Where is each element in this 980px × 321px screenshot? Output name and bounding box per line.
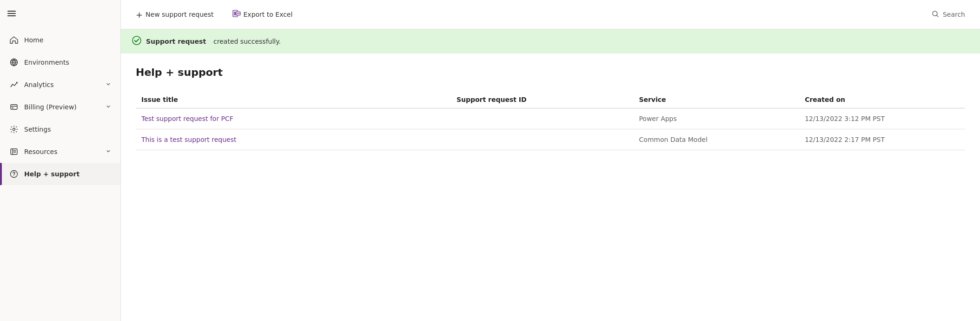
help-icon: [9, 169, 19, 179]
table-row: This is a test support requestCommon Dat…: [136, 129, 965, 150]
billing-chevron-icon: [106, 104, 111, 111]
sidebar-header: [0, 0, 120, 29]
sidebar-item-environments-label: Environments: [24, 59, 111, 66]
table-cell-created-on: 12/13/2022 2:17 PM PST: [799, 129, 965, 150]
sidebar-item-settings[interactable]: Settings: [0, 118, 120, 140]
table-cell-issue-title[interactable]: Test support request for PCF: [136, 108, 451, 129]
billing-icon: [9, 102, 19, 112]
hamburger-icon[interactable]: [7, 9, 16, 20]
search-label: Search: [943, 11, 965, 18]
globe-icon: [9, 58, 19, 67]
issue-link-1[interactable]: This is a test support request: [141, 136, 236, 143]
table-cell-issue-title[interactable]: This is a test support request: [136, 129, 451, 150]
table-cell-service: Common Data Model: [633, 129, 799, 150]
sidebar-item-home-label: Home: [24, 36, 111, 44]
table-row: Test support request for PCFPower Apps12…: [136, 108, 965, 129]
sidebar-item-resources[interactable]: Resources: [0, 140, 120, 163]
search-icon: [932, 10, 939, 19]
analytics-icon: [9, 80, 19, 89]
table-cell-service: Power Apps: [633, 108, 799, 129]
svg-point-9: [13, 175, 14, 176]
search-button[interactable]: Search: [928, 8, 969, 21]
new-support-request-label: New support request: [146, 11, 213, 18]
table-header-row: Issue title Support request ID Service C…: [136, 91, 965, 108]
svg-rect-1: [7, 13, 16, 14]
success-check-icon: [132, 36, 141, 47]
svg-rect-2: [7, 15, 16, 16]
issue-link-0[interactable]: Test support request for PCF: [141, 115, 233, 122]
plus-icon: +: [136, 10, 143, 20]
success-banner: Support request created successfully.: [121, 29, 980, 54]
new-support-request-button[interactable]: + New support request: [132, 8, 218, 21]
resources-icon: [9, 147, 19, 156]
col-header-created-on: Created on: [799, 91, 965, 108]
export-excel-button[interactable]: Export to Excel: [229, 7, 297, 21]
sidebar-item-help-support[interactable]: Help + support: [0, 163, 120, 185]
svg-rect-5: [12, 107, 13, 108]
svg-rect-0: [7, 11, 16, 12]
col-header-service: Service: [633, 91, 799, 108]
table-cell-support-request-id: [451, 129, 633, 150]
page-content: Help + support Issue title Support reque…: [121, 54, 980, 321]
page-title: Help + support: [136, 67, 965, 78]
support-table: Issue title Support request ID Service C…: [136, 91, 965, 150]
sidebar-item-settings-label: Settings: [24, 126, 111, 133]
success-text-normal: created successfully.: [213, 38, 281, 45]
export-excel-label: Export to Excel: [244, 11, 293, 18]
main-content: + New support request Export to Excel: [121, 0, 980, 321]
sidebar-item-billing[interactable]: Billing (Preview): [0, 96, 120, 118]
analytics-chevron-icon: [106, 81, 111, 88]
excel-icon: [232, 9, 241, 20]
settings-icon: [9, 125, 19, 134]
success-text-bold: Support request: [146, 38, 206, 45]
svg-point-6: [13, 128, 15, 131]
svg-point-14: [132, 36, 141, 45]
svg-rect-7: [11, 149, 17, 154]
svg-rect-4: [11, 105, 17, 109]
sidebar-nav: Home Environments: [0, 29, 120, 321]
svg-rect-12: [236, 12, 240, 15]
col-header-issue-title: Issue title: [136, 91, 451, 108]
sidebar: Home Environments: [0, 0, 121, 321]
sidebar-item-analytics-label: Analytics: [24, 81, 100, 88]
sidebar-item-home[interactable]: Home: [0, 29, 120, 51]
resources-chevron-icon: [106, 148, 111, 155]
toolbar: + New support request Export to Excel: [121, 0, 980, 29]
sidebar-item-analytics[interactable]: Analytics: [0, 74, 120, 96]
sidebar-item-resources-label: Resources: [24, 148, 100, 155]
col-header-support-request-id: Support request ID: [451, 91, 633, 108]
table-cell-created-on: 12/13/2022 3:12 PM PST: [799, 108, 965, 129]
home-icon: [9, 35, 19, 45]
sidebar-item-environments[interactable]: Environments: [0, 51, 120, 74]
table-cell-support-request-id: [451, 108, 633, 129]
sidebar-item-help-support-label: Help + support: [24, 170, 111, 178]
sidebar-item-billing-label: Billing (Preview): [24, 103, 100, 111]
